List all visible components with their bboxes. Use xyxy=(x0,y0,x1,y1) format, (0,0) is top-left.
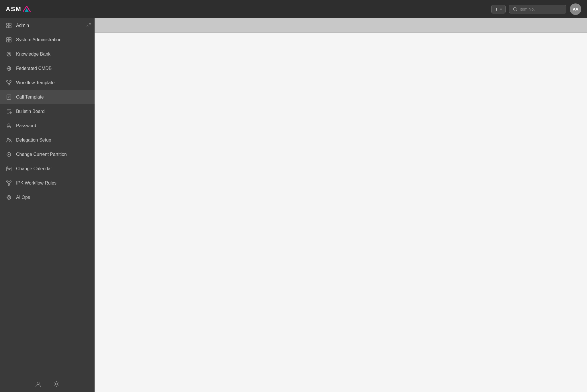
svg-rect-11 xyxy=(9,40,11,42)
svg-point-48 xyxy=(8,154,9,155)
svg-rect-23 xyxy=(8,84,10,85)
svg-rect-8 xyxy=(7,38,9,40)
search-input[interactable] xyxy=(520,7,563,11)
bulletin-board-icon xyxy=(6,108,12,115)
sidebar-group-label-admin: Admin xyxy=(16,23,29,28)
settings-icon[interactable] xyxy=(53,381,60,387)
svg-rect-7 xyxy=(9,26,11,28)
content-area xyxy=(95,18,587,392)
sidebar-item-federated-cmdb[interactable]: Federated CMDB xyxy=(0,61,95,76)
federated-cmdb-icon xyxy=(6,65,12,72)
search-icon xyxy=(513,7,517,11)
logo-text: ASM xyxy=(6,5,21,13)
svg-rect-5 xyxy=(9,23,11,25)
sidebar-item-system-administration[interactable]: System Administration xyxy=(0,33,95,47)
sidebar-item-workflow-template[interactable]: Workflow Template xyxy=(0,76,95,90)
ipk-workflow-rules-icon xyxy=(6,180,12,186)
logo: ASM xyxy=(6,5,31,13)
svg-rect-9 xyxy=(9,38,11,40)
svg-rect-51 xyxy=(7,167,11,171)
sidebar-item-delegation-setup[interactable]: Delegation Setup xyxy=(0,133,95,147)
svg-point-13 xyxy=(8,53,10,55)
sidebar-item-call-template[interactable]: Call Template xyxy=(0,90,95,104)
search-box xyxy=(509,5,566,13)
svg-rect-10 xyxy=(7,40,9,42)
password-icon xyxy=(6,123,12,129)
sidebar-bottom xyxy=(0,376,95,392)
sidebar-item-label-knowledge-bank: Knowledge Bank xyxy=(16,52,50,57)
svg-rect-56 xyxy=(9,169,10,170)
header-right: IT ▼ AA xyxy=(491,3,581,15)
sidebar: « Admin ∧ xyxy=(0,18,95,392)
sidebar-item-change-current-partition[interactable]: Change Current Partition xyxy=(0,147,95,162)
svg-rect-6 xyxy=(7,26,9,28)
svg-rect-55 xyxy=(8,169,9,170)
main-layout: « Admin ∧ xyxy=(0,18,587,392)
svg-line-60 xyxy=(7,182,9,184)
sidebar-item-label-delegation-setup: Delegation Setup xyxy=(16,138,51,143)
svg-point-69 xyxy=(37,382,39,384)
svg-rect-22 xyxy=(10,81,11,82)
chevron-down-icon: ▼ xyxy=(500,8,502,11)
svg-line-3 xyxy=(516,10,517,11)
system-administration-icon xyxy=(6,37,12,43)
sidebar-item-label-federated-cmdb: Federated CMDB xyxy=(16,66,52,71)
svg-point-64 xyxy=(8,197,10,198)
svg-rect-4 xyxy=(7,23,9,25)
sidebar-item-label-bulletin-board: Bulletin Board xyxy=(16,109,45,114)
user-icon[interactable] xyxy=(35,381,42,387)
logo-icon xyxy=(23,6,31,12)
sidebar-item-label-call-template: Call Template xyxy=(16,95,44,100)
sidebar-item-ipk-workflow-rules[interactable]: IPK Workflow Rules xyxy=(0,176,95,190)
call-template-icon xyxy=(6,94,12,100)
svg-line-61 xyxy=(9,182,11,184)
delegation-setup-icon xyxy=(6,137,12,143)
sidebar-item-change-calendar[interactable]: Change Calendar xyxy=(0,162,95,176)
partition-label: IT xyxy=(494,7,498,11)
sidebar-item-label-password: Password xyxy=(16,123,36,128)
sidebar-item-label-ai-ops: AI Ops xyxy=(16,195,30,200)
svg-point-58 xyxy=(10,181,11,182)
sidebar-item-bulletin-board[interactable]: Bulletin Board xyxy=(0,104,95,119)
sidebar-item-ai-ops[interactable]: AI Ops xyxy=(0,190,95,205)
partition-selector[interactable]: IT ▼ xyxy=(491,5,506,13)
workflow-template-icon xyxy=(6,80,12,86)
sidebar-item-label-change-calendar: Change Calendar xyxy=(16,166,52,171)
svg-rect-21 xyxy=(7,81,8,82)
ai-ops-icon xyxy=(6,194,12,201)
change-current-partition-icon xyxy=(6,151,12,158)
app-header: ASM IT ▼ AA xyxy=(0,0,587,18)
knowledge-bank-icon xyxy=(6,51,12,57)
change-calendar-icon xyxy=(6,166,12,172)
sidebar-item-password[interactable]: Password xyxy=(0,119,95,133)
sidebar-group-admin[interactable]: Admin ∧ xyxy=(0,18,95,33)
sidebar-collapse-button[interactable]: « xyxy=(89,22,91,26)
sidebar-item-knowledge-bank[interactable]: Knowledge Bank xyxy=(0,47,95,61)
admin-icon xyxy=(6,22,12,29)
svg-point-45 xyxy=(10,139,11,141)
sidebar-item-label-ipk-workflow-rules: IPK Workflow Rules xyxy=(16,181,56,186)
content-header xyxy=(95,18,587,33)
sidebar-item-label-system-administration: System Administration xyxy=(16,37,61,42)
svg-rect-28 xyxy=(7,95,11,99)
sidebar-item-label-change-current-partition: Change Current Partition xyxy=(16,152,67,157)
sidebar-item-label-workflow-template: Workflow Template xyxy=(16,80,55,85)
svg-point-59 xyxy=(8,184,10,186)
avatar[interactable]: AA xyxy=(570,3,581,15)
svg-point-57 xyxy=(7,181,8,182)
svg-point-70 xyxy=(56,383,58,385)
